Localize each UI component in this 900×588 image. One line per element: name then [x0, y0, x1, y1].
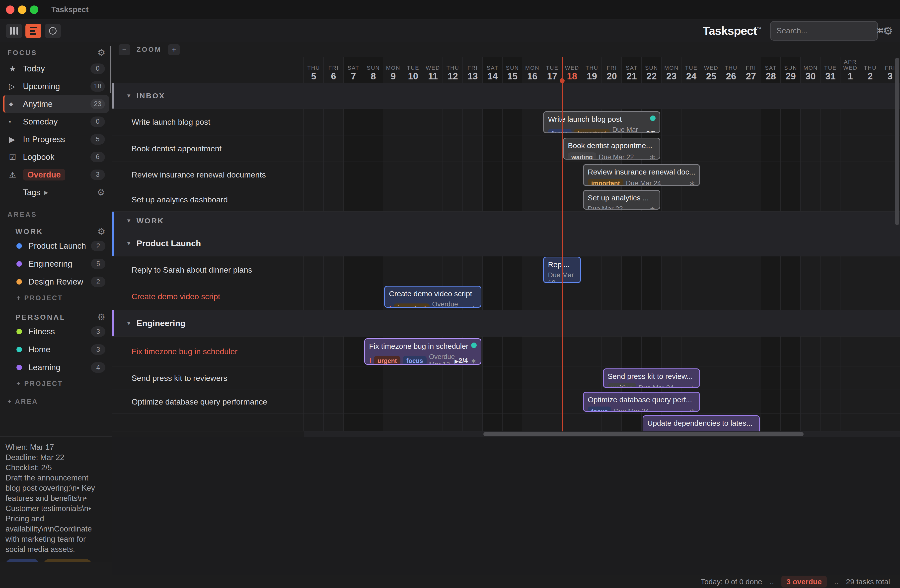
task-row[interactable]: Optimize database query performance	[112, 390, 900, 414]
sidebar-item-logbook[interactable]: ☑Logbook6	[3, 148, 109, 166]
task-row[interactable]	[112, 414, 900, 432]
day-number-label: 22	[642, 71, 661, 82]
day-header[interactable]: THU12	[443, 57, 463, 83]
vertical-scrollbar-thumb[interactable]	[895, 58, 899, 225]
search-box[interactable]: ⌘F	[770, 21, 878, 40]
collapse-triangle-icon[interactable]: ▼	[126, 240, 132, 246]
settings-gear-icon[interactable]: ⚙	[883, 25, 893, 37]
task-row[interactable]: Review insurance renewal documents	[112, 162, 900, 188]
day-header[interactable]: MON16	[522, 57, 542, 83]
tags-gear-icon[interactable]: ⚙	[97, 187, 105, 198]
day-header[interactable]: TUE31	[821, 57, 841, 83]
sidebar-project-fitness[interactable]: Fitness3	[0, 323, 112, 340]
day-header[interactable]: TUE17	[542, 57, 562, 83]
task-row[interactable]: Reply to Sarah about dinner plans	[112, 257, 900, 283]
task-card[interactable]: Create demo video script!importantOverdu…	[384, 286, 481, 308]
day-header[interactable]: WED18	[562, 57, 582, 83]
task-card[interactable]: Book dentist appointme...waitingDue Mar …	[563, 138, 660, 159]
day-header[interactable]: MON23	[661, 57, 681, 83]
sidebar-item-in-progress[interactable]: ▶In Progress5	[3, 130, 109, 148]
day-header[interactable]: THU19	[582, 57, 602, 83]
day-header[interactable]: APRWED1	[841, 57, 860, 83]
project-color-dot	[16, 347, 22, 352]
task-card[interactable]: Review insurance renewal doc...important…	[583, 164, 700, 186]
sidebar-scrollbar-thumb[interactable]	[110, 46, 112, 93]
task-row[interactable]: Fix timezone bug in scheduler	[112, 337, 900, 367]
collapse-triangle-icon[interactable]: ▼	[126, 320, 132, 326]
day-number-label: 5	[304, 71, 324, 82]
list-view-button[interactable]	[25, 24, 41, 38]
task-card[interactable]: Set up analytics ...Due Mar 22∗	[583, 190, 660, 210]
task-card[interactable]: Fix timezone bug in scheduler!urgentfocu…	[364, 338, 481, 365]
zoom-out-button[interactable]: −	[119, 44, 130, 55]
sidebar-project-learning[interactable]: Learning4	[0, 359, 112, 376]
add-project-button[interactable]: + PROJECT	[0, 376, 112, 391]
sidebar-item-upcoming[interactable]: ▷Upcoming18	[3, 77, 109, 95]
play-outline-icon: ▷	[9, 82, 23, 91]
day-header[interactable]: SAT14	[483, 57, 503, 83]
day-header[interactable]: SUN22	[642, 57, 661, 83]
day-header[interactable]: THU5	[304, 57, 324, 83]
sidebar-item-someday[interactable]: ▪Someday0	[3, 113, 109, 130]
time-view-button[interactable]	[45, 24, 61, 38]
day-header[interactable]: THU2	[860, 57, 880, 83]
day-header[interactable]: WED11	[423, 57, 443, 83]
day-header[interactable]: MON30	[801, 57, 821, 83]
task-card[interactable]: Write launch blog postfocusimportantDue …	[543, 111, 660, 133]
sidebar-item-anytime[interactable]: ◆Anytime23	[3, 95, 109, 113]
columns-view-button[interactable]	[6, 24, 22, 38]
day-header[interactable]: TUE24	[681, 57, 701, 83]
day-header[interactable]: FRI13	[463, 57, 483, 83]
sidebar-project-home[interactable]: Home3	[0, 340, 112, 359]
collapse-triangle-icon[interactable]: ▼	[126, 93, 132, 99]
day-header[interactable]: FRI6	[324, 57, 344, 83]
day-header[interactable]: SAT28	[761, 57, 781, 83]
zoom-in-button[interactable]: +	[168, 44, 180, 55]
close-window-button[interactable]	[6, 5, 14, 14]
task-label: Set up analytics dashboard	[132, 195, 228, 204]
sidebar-project-product-launch[interactable]: Product Launch2	[0, 237, 112, 255]
sidebar-item-today[interactable]: ★Today0	[3, 60, 109, 77]
due-date-label: Overdue Mar 13	[432, 300, 468, 308]
minimize-window-button[interactable]	[18, 5, 26, 14]
task-card[interactable]: Send press kit to review...waitingDue Ma…	[603, 368, 700, 388]
add-project-button[interactable]: + PROJECT	[0, 291, 112, 305]
day-header[interactable]: SUN8	[363, 57, 383, 83]
day-header[interactable]: TUE10	[403, 57, 423, 83]
horizontal-scrollbar-thumb[interactable]	[483, 432, 804, 436]
day-header[interactable]: SAT21	[622, 57, 642, 83]
day-header[interactable]: SUN29	[781, 57, 801, 83]
day-header[interactable]: SAT7	[344, 57, 363, 83]
zoom-window-button[interactable]	[30, 5, 38, 14]
day-header[interactable]: THU26	[721, 57, 741, 83]
sidebar-project-engineering[interactable]: Engineering5	[0, 255, 112, 273]
task-row[interactable]: Send press kit to reviewers	[112, 367, 900, 390]
day-header[interactable]: FRI27	[741, 57, 761, 83]
area-gear-icon[interactable]: ⚙	[98, 312, 106, 322]
task-card[interactable]: Update dependencies to lates...	[642, 415, 760, 432]
sidebar-item-tags[interactable]: Tags▶⚙	[3, 184, 109, 201]
status-overdue-badge[interactable]: 3 overdue	[781, 576, 827, 588]
day-header[interactable]: MON9	[383, 57, 403, 83]
day-header[interactable]: FRI20	[602, 57, 622, 83]
task-row[interactable]: Set up analytics dashboard	[112, 188, 900, 212]
day-header[interactable]: SUN15	[503, 57, 523, 83]
area-gear-icon[interactable]: ⚙	[98, 226, 106, 237]
task-row[interactable]: Book dentist appointment	[112, 135, 900, 162]
day-number-label: 8	[363, 71, 383, 82]
search-input[interactable]	[776, 26, 877, 36]
day-of-week-label: FRI	[741, 65, 761, 71]
sidebar-project-design-review[interactable]: Design Review2	[0, 273, 112, 291]
task-row[interactable]: Create demo video script	[112, 283, 900, 310]
checklist-progress: ▶2/5	[642, 130, 656, 133]
collapse-triangle-icon[interactable]: ▼	[126, 218, 132, 224]
status-total-count: 29 tasks total	[846, 577, 890, 586]
day-of-week-label: WED	[701, 65, 721, 71]
day-of-week-label: FRI	[463, 65, 483, 71]
add-area-button[interactable]: + AREA	[0, 394, 112, 409]
focus-gear-icon[interactable]: ⚙	[98, 48, 106, 58]
sidebar-item-overdue[interactable]: ⚠Overdue3	[3, 166, 109, 184]
day-header[interactable]: WED25	[701, 57, 721, 83]
task-row[interactable]: Write launch blog post	[112, 109, 900, 135]
task-card[interactable]: Optimize database query perf...focusDue …	[583, 392, 700, 412]
